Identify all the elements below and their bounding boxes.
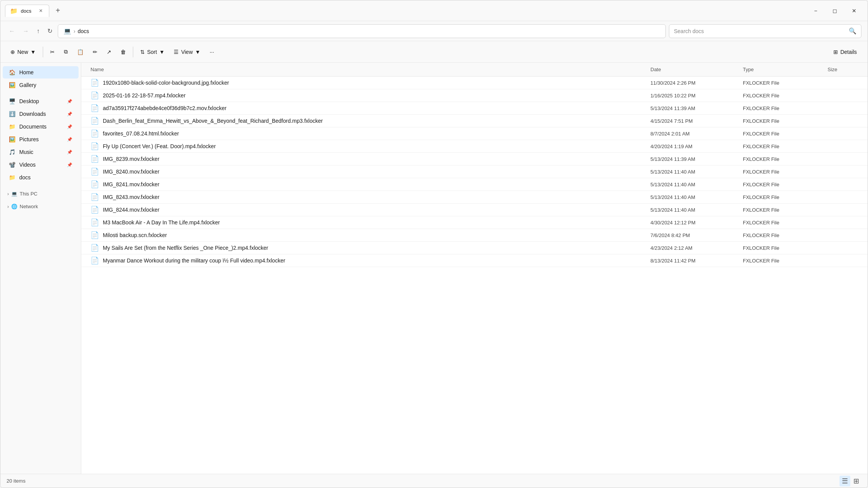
docs-icon: 📁 [9, 174, 15, 180]
file-type: FXLOCKER File [743, 258, 828, 264]
file-date: 5/13/2024 11:40 AM [650, 194, 743, 200]
file-date: 8/7/2024 2:01 AM [650, 131, 743, 137]
file-icon: 📄 [90, 206, 99, 214]
sidebar-item-docs[interactable]: 📁 docs [3, 171, 79, 184]
minimize-button[interactable]: − [807, 5, 824, 17]
sidebar-music-label: Music [19, 149, 34, 155]
file-type: FXLOCKER File [743, 93, 828, 99]
sidebar-item-documents[interactable]: 📁 Documents 📌 [3, 120, 79, 133]
expand-icon-network: › [7, 204, 9, 209]
table-row[interactable]: 📄 Milosti backup.scn.fxlocker 7/6/2024 8… [81, 229, 868, 242]
cut-button[interactable]: ✂ [46, 45, 59, 59]
close-button[interactable]: ✕ [845, 5, 863, 17]
table-row[interactable]: 📄 IMG_8243.mov.fxlocker 5/13/2024 11:40 … [81, 191, 868, 204]
sidebar-item-music[interactable]: 🎵 Music 📌 [3, 146, 79, 158]
view-chevron-icon: ▼ [195, 49, 201, 55]
table-row[interactable]: 📄 1920x1080-black-solid-color-background… [81, 77, 868, 89]
rename-button[interactable]: ✏ [89, 45, 101, 59]
sidebar-item-thispc[interactable]: › 💻 This PC [2, 188, 79, 200]
active-tab[interactable]: 📁 docs ✕ [5, 5, 49, 17]
rename-icon: ✏ [93, 49, 97, 55]
sidebar-item-pictures[interactable]: 🖼️ Pictures 📌 [3, 133, 79, 145]
sidebar: 🏠 Home 🖼️ Gallery 🖥️ Desktop 📌 ⬇️ Downlo… [0, 63, 81, 474]
file-type: FXLOCKER File [743, 169, 828, 175]
status-bar: 20 items ☰ ⊞ [0, 474, 868, 488]
toolbar: ⊕ New ▼ ✂ ⧉ 📋 ✏ ↗ 🗑 ⇅ Sort ▼ ☰ [0, 41, 868, 63]
sidebar-network-label: Network [20, 204, 38, 209]
file-name: IMG_8244.mov.fxlocker [103, 207, 159, 213]
up-button[interactable]: ↑ [34, 25, 42, 37]
explorer-window: 📁 docs ✕ + − ◻ ✕ ← → ↑ ↻ 💻 › docs Search… [0, 0, 868, 488]
maximize-button[interactable]: ◻ [826, 5, 844, 17]
refresh-button[interactable]: ↻ [45, 25, 55, 37]
breadcrumb-separator: › [74, 28, 75, 34]
sidebar-item-network[interactable]: › 🌐 Network [2, 201, 79, 212]
table-row[interactable]: 📄 2025-01-16 22-18-57.mp4.fxlocker 1/16/… [81, 89, 868, 102]
file-date: 11/30/2024 2:26 PM [650, 80, 743, 86]
tab-title: docs [21, 8, 31, 14]
file-name: Fly Up (Concert Ver.) (Feat. Door).mp4.f… [103, 143, 216, 149]
sidebar-item-gallery[interactable]: 🖼️ Gallery [3, 79, 79, 91]
tab-close-button[interactable]: ✕ [37, 7, 44, 14]
table-row[interactable]: 📄 M3 MacBook Air - A Day In The Life.mp4… [81, 216, 868, 229]
share-button[interactable]: ↗ [103, 45, 115, 59]
sidebar-item-downloads[interactable]: ⬇️ Downloads 📌 [3, 108, 79, 120]
date-column-header[interactable]: Date [650, 65, 743, 74]
details-button[interactable]: ⊞ Details [829, 45, 861, 59]
list-view-button[interactable]: ☰ [840, 476, 850, 486]
table-row[interactable]: 📄 IMG_8244.mov.fxlocker 5/13/2024 11:40 … [81, 204, 868, 216]
new-button[interactable]: ⊕ New ▼ [7, 45, 40, 59]
file-icon: 📄 [90, 155, 99, 163]
sort-icon: ⇅ [140, 49, 145, 55]
view-label: View [181, 49, 193, 55]
table-row[interactable]: 📄 My Sails Are Set (from the Netflix Ser… [81, 242, 868, 254]
table-row[interactable]: 📄 IMG_8239.mov.fxlocker 5/13/2024 11:39 … [81, 153, 868, 165]
sidebar-pictures-label: Pictures [19, 136, 39, 142]
copy-button[interactable]: ⧉ [60, 45, 72, 59]
file-name: IMG_8239.mov.fxlocker [103, 156, 159, 162]
name-column-header[interactable]: Name [90, 65, 650, 74]
gallery-icon: 🖼️ [9, 82, 15, 88]
delete-button[interactable]: 🗑 [117, 45, 130, 59]
view-button[interactable]: ☰ View ▼ [170, 45, 204, 59]
sidebar-item-home[interactable]: 🏠 Home [3, 66, 79, 79]
table-row[interactable]: 📄 IMG_8241.mov.fxlocker 5/13/2024 11:40 … [81, 178, 868, 191]
breadcrumb-bar[interactable]: 💻 › docs [58, 24, 666, 38]
sidebar-item-videos[interactable]: 📽️ Videos 📌 [3, 159, 79, 171]
type-column-header[interactable]: Type [743, 65, 828, 74]
file-name: 2025-01-16 22-18-57.mp4.fxlocker [103, 92, 186, 99]
new-tab-button[interactable]: + [52, 5, 63, 17]
table-row[interactable]: 📄 Fly Up (Concert Ver.) (Feat. Door).mp4… [81, 140, 868, 153]
separator-2 [133, 47, 133, 57]
file-date: 8/13/2024 11:42 PM [650, 258, 743, 264]
expand-icon-thispc: › [7, 191, 9, 197]
file-type: FXLOCKER File [743, 105, 828, 111]
size-column-header[interactable]: Size [828, 65, 858, 74]
desktop-icon: 🖥️ [9, 98, 15, 104]
grid-view-button[interactable]: ⊞ [851, 476, 861, 486]
forward-button[interactable]: → [20, 25, 31, 37]
back-button[interactable]: ← [7, 25, 17, 37]
more-button[interactable]: ··· [206, 45, 218, 59]
tab-folder-icon: 📁 [10, 7, 18, 15]
file-date: 7/6/2024 8:42 PM [650, 232, 743, 238]
file-date: 4/30/2024 12:12 PM [650, 220, 743, 226]
search-icon[interactable]: 🔍 [849, 27, 856, 35]
table-row[interactable]: 📄 IMG_8240.mov.fxlocker 5/13/2024 11:40 … [81, 165, 868, 178]
sidebar-item-desktop[interactable]: 🖥️ Desktop 📌 [3, 95, 79, 107]
sort-button[interactable]: ⇅ Sort ▼ [136, 45, 169, 59]
pin-icon-downloads: 📌 [67, 112, 72, 117]
file-date: 1/16/2025 10:22 PM [650, 93, 743, 99]
file-type: FXLOCKER File [743, 80, 828, 86]
sidebar-home-label: Home [19, 69, 34, 75]
table-row[interactable]: 📄 Dash_Berlin_feat_Emma_Hewitt_vs_Above_… [81, 115, 868, 127]
table-row[interactable]: 📄 Myanmar Dance Workout during the milit… [81, 254, 868, 267]
table-row[interactable]: 📄 ad7a35917f274abebde4ce0f36d9b7c2.mov.f… [81, 102, 868, 115]
file-name: ad7a35917f274abebde4ce0f36d9b7c2.mov.fxl… [103, 105, 226, 111]
paste-button[interactable]: 📋 [73, 45, 87, 59]
file-icon: 📄 [90, 79, 99, 87]
table-row[interactable]: 📄 favorites_07.08.24.html.fxlocker 8/7/2… [81, 127, 868, 140]
search-box[interactable]: Search docs 🔍 [669, 24, 861, 38]
sort-chevron-icon: ▼ [159, 49, 165, 55]
pin-icon-music: 📌 [67, 150, 72, 155]
